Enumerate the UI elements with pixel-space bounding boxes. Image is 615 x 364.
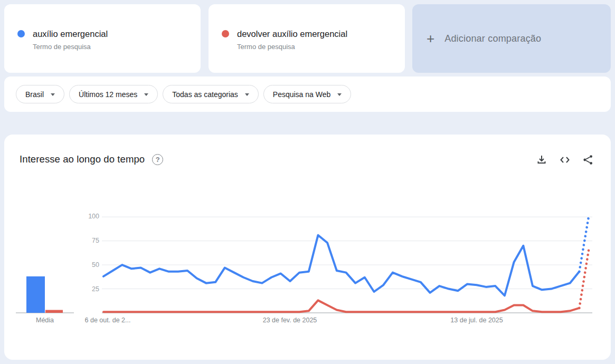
filter-searchtype-label: Pesquisa na Web xyxy=(273,90,330,99)
term-label: devolver auxílio emergencial xyxy=(237,28,347,39)
search-term-card-2[interactable]: devolver auxílio emergencial Termo de pe… xyxy=(209,4,405,73)
x-axis-tick-feb: 23 de fev. de 2025 xyxy=(263,317,317,324)
term-color-dot-blue xyxy=(17,30,25,37)
chevron-down-icon xyxy=(245,93,249,96)
y-axis-tick-75: 75 xyxy=(78,237,99,244)
filter-bar: Brasil Últimos 12 meses Todas as categor… xyxy=(4,76,611,112)
filter-searchtype-dropdown[interactable]: Pesquisa na Web xyxy=(263,85,351,103)
add-comparison-button[interactable]: + Adicionar comparação xyxy=(412,4,611,73)
filter-region-label: Brasil xyxy=(25,90,44,99)
filter-region-dropdown[interactable]: Brasil xyxy=(16,85,64,103)
chevron-down-icon xyxy=(337,93,342,96)
y-axis-tick-100: 100 xyxy=(78,213,99,220)
average-label: Média xyxy=(36,317,54,324)
interest-over-time-card: Interesse ao longo do tempo ? xyxy=(4,135,611,360)
interest-line-chart[interactable] xyxy=(4,135,611,360)
filter-category-label: Todas as categorias xyxy=(172,90,238,99)
filter-timerange-label: Últimos 12 meses xyxy=(79,90,137,99)
search-term-card-1[interactable]: auxílio emergencial Termo de pesquisa xyxy=(4,4,201,73)
term-color-dot-red xyxy=(222,30,229,37)
term-texts: devolver auxílio emergencial Termo de pe… xyxy=(237,28,347,73)
chart-area: 100 75 50 25 6 de out. de 2... 23 de fev… xyxy=(4,135,611,360)
term-texts: auxílio emergencial Termo de pesquisa xyxy=(33,28,108,73)
chevron-down-icon xyxy=(144,93,148,96)
y-axis-tick-25: 25 xyxy=(78,285,99,293)
chevron-down-icon xyxy=(51,93,55,96)
x-axis-tick-jul: 13 de jul. de 2025 xyxy=(450,317,503,324)
filter-category-dropdown[interactable]: Todas as categorias xyxy=(163,85,259,103)
plus-icon: + xyxy=(427,32,434,45)
term-label: auxílio emergencial xyxy=(33,28,108,39)
term-sublabel: Termo de pesquisa xyxy=(33,43,108,51)
x-axis-tick-oct: 6 de out. de 2... xyxy=(85,317,131,324)
filter-timerange-dropdown[interactable]: Últimos 12 meses xyxy=(69,85,158,103)
term-sublabel: Termo de pesquisa xyxy=(237,43,347,51)
y-axis-tick-50: 50 xyxy=(78,261,99,269)
add-comparison-label: Adicionar comparação xyxy=(444,33,541,44)
